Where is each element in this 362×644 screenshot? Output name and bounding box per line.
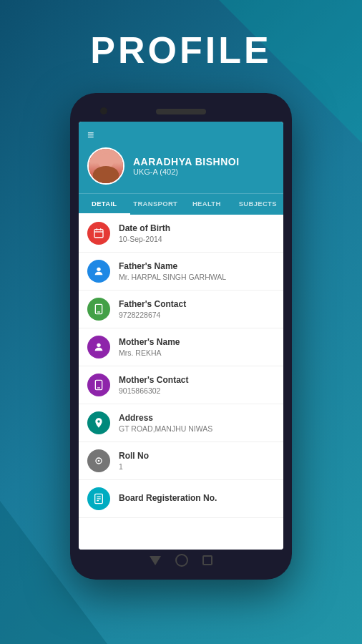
label-board-reg: Board Registeration No.: [119, 493, 275, 503]
svg-point-4: [97, 268, 100, 271]
value-father-name: Mr. HARPAL SINGH GARHWAL: [119, 273, 275, 281]
phone-screen: ≡ AARADHYA BISHNOI UKG-A (402) DETA: [79, 122, 283, 550]
avatar: [87, 147, 124, 185]
home-button[interactable]: [175, 554, 188, 567]
app-header: ≡ AARADHYA BISHNOI UKG-A (402): [79, 122, 283, 193]
value-dob: 10-Sep-2014: [119, 235, 275, 243]
phone-frame: ≡ AARADHYA BISHNOI UKG-A (402) DETA: [70, 93, 292, 580]
profile-row: AARADHYA BISHNOI UKG-A (402): [87, 147, 275, 185]
svg-rect-0: [94, 230, 103, 238]
content-mother-name: Mother's Name Mrs. REKHA: [119, 337, 275, 357]
tab-subjects[interactable]: SUBJECTS: [233, 194, 284, 215]
list-item-father-contact: Father's Contact 9728228674: [79, 291, 283, 328]
tab-health[interactable]: HEALTH: [181, 194, 233, 215]
value-roll-no: 1: [119, 462, 275, 471]
phone-camera: [100, 107, 107, 114]
list-item-address: Address GT ROAD,MANJHU NIWAS: [79, 404, 283, 442]
content-mother-contact: Mother's Contact 9015866302: [119, 375, 275, 395]
content-father-name: Father's Name Mr. HARPAL SINGH GARHWAL: [119, 261, 275, 281]
recents-button[interactable]: [202, 555, 212, 565]
profile-name: AARADHYA BISHNOI: [133, 156, 240, 167]
label-mother-name: Mother's Name: [119, 337, 275, 347]
list-item-mother-name: Mother's Name Mrs. REKHA: [79, 328, 283, 366]
label-roll-no: Roll No: [119, 451, 275, 461]
phone-top-bar: [79, 102, 283, 122]
phone-speaker: [156, 109, 206, 114]
tab-transport[interactable]: TRANSPORT: [130, 194, 182, 215]
tabs-bar: DETAIL TRANSPORT HEALTH SUBJECTS: [79, 193, 283, 215]
icon-roll-no: [87, 449, 110, 472]
list-item-father-name: Father's Name Mr. HARPAL SINGH GARHWAL: [79, 253, 283, 291]
back-button[interactable]: [150, 556, 161, 565]
label-father-contact: Father's Contact: [119, 299, 275, 309]
list-item-dob: Date of Birth 10-Sep-2014: [79, 215, 283, 253]
value-mother-name: Mrs. REKHA: [119, 348, 275, 357]
label-father-name: Father's Name: [119, 261, 275, 271]
value-mother-contact: 9015866302: [119, 386, 275, 395]
content-father-contact: Father's Contact 9728228674: [119, 299, 275, 319]
icon-father-contact: [87, 298, 110, 321]
phone-bottom-bar: [79, 550, 283, 571]
icon-board-reg: [87, 487, 110, 510]
list-item-roll-no: Roll No 1: [79, 442, 283, 480]
profile-class: UKG-A (402): [133, 167, 240, 176]
label-dob: Date of Birth: [119, 223, 275, 233]
content-board-reg: Board Registeration No.: [119, 493, 275, 504]
page-title: PROFILE: [90, 29, 271, 72]
list-item-board-reg: Board Registeration No.: [79, 480, 283, 518]
icon-address: [87, 411, 110, 434]
icon-mother-contact: [87, 374, 110, 396]
svg-point-11: [98, 460, 100, 462]
icon-mother-name: [87, 336, 110, 358]
label-address: Address: [119, 413, 275, 423]
list-item-mother-contact: Mother's Contact 9015866302: [79, 366, 283, 404]
content-address: Address GT ROAD,MANJHU NIWAS: [119, 413, 275, 433]
tab-detail[interactable]: DETAIL: [79, 194, 130, 215]
profile-info: AARADHYA BISHNOI UKG-A (402): [133, 156, 240, 176]
detail-list: Date of Birth 10-Sep-2014 Father's Name …: [79, 215, 283, 550]
icon-father-name: [87, 260, 110, 283]
svg-rect-8: [95, 380, 102, 389]
svg-point-7: [97, 343, 100, 347]
content-dob: Date of Birth 10-Sep-2014: [119, 223, 275, 243]
hamburger-button[interactable]: ≡: [87, 129, 275, 142]
content-roll-no: Roll No 1: [119, 451, 275, 471]
value-address: GT ROAD,MANJHU NIWAS: [119, 424, 275, 433]
app-screen: ≡ AARADHYA BISHNOI UKG-A (402) DETA: [79, 122, 283, 550]
label-mother-contact: Mother's Contact: [119, 375, 275, 385]
value-father-contact: 9728228674: [119, 311, 275, 319]
icon-dob: [87, 222, 110, 245]
